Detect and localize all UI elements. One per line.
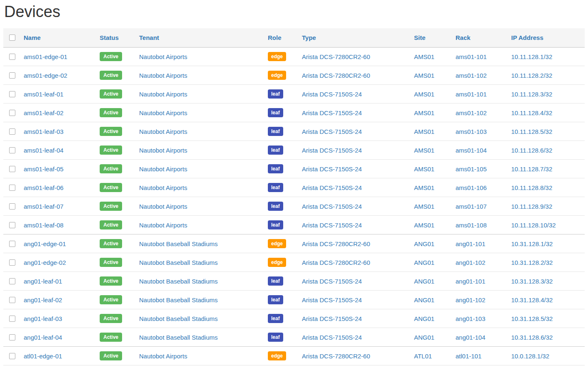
device-link[interactable]: ams01-leaf-07	[24, 203, 64, 210]
device-link[interactable]: ams01-leaf-03	[24, 128, 64, 135]
device-link[interactable]: ams01-leaf-04	[24, 147, 64, 154]
role-badge[interactable]: leaf	[268, 89, 283, 99]
site-link[interactable]: ANG01	[414, 259, 434, 266]
device-link[interactable]: ams01-leaf-01	[24, 91, 64, 98]
ip-address-link[interactable]: 10.0.128.1/32	[511, 353, 549, 360]
device-link[interactable]: ang01-edge-01	[24, 240, 66, 247]
column-header-link[interactable]: Rack	[456, 34, 470, 41]
tenant-link[interactable]: Nautobot Airports	[139, 128, 187, 135]
select-all-checkbox[interactable]	[9, 35, 15, 41]
row-checkbox[interactable]	[9, 166, 15, 172]
device-link[interactable]: ams01-leaf-02	[24, 109, 64, 116]
role-badge[interactable]: leaf	[268, 146, 283, 155]
ip-address-link[interactable]: 10.31.128.2/32	[511, 259, 553, 266]
rack-link[interactable]: ams01-102	[456, 109, 487, 116]
device-type-link[interactable]: Arista DCS-7150S-24	[302, 315, 362, 322]
column-header[interactable]: Type	[299, 28, 411, 47]
column-header[interactable]: Status	[96, 28, 136, 47]
row-checkbox[interactable]	[9, 72, 15, 79]
ip-address-link[interactable]: 10.11.128.1/32	[511, 53, 552, 60]
ip-address-link[interactable]: 10.11.128.4/32	[511, 109, 552, 116]
rack-link[interactable]: ams01-107	[456, 203, 487, 210]
ip-address-link[interactable]: 10.11.128.8/32	[511, 184, 552, 191]
device-type-link[interactable]: Arista DCS-7150S-24	[302, 278, 362, 285]
ip-address-link[interactable]: 10.11.128.9/32	[511, 203, 552, 210]
column-header[interactable]: IP Address	[508, 28, 585, 47]
row-checkbox[interactable]	[9, 259, 15, 266]
device-type-link[interactable]: Arista DCS-7150S-24	[302, 147, 362, 154]
device-link[interactable]: ang01-leaf-01	[24, 278, 62, 285]
status-badge[interactable]: Active	[100, 258, 122, 267]
device-link[interactable]: ams01-leaf-08	[24, 222, 64, 229]
column-header[interactable]: Site	[411, 28, 452, 47]
row-checkbox[interactable]	[9, 222, 15, 228]
tenant-link[interactable]: Nautobot Airports	[139, 184, 187, 191]
device-type-link[interactable]: Arista DCS-7150S-24	[302, 128, 362, 135]
tenant-link[interactable]: Nautobot Airports	[139, 203, 187, 210]
ip-address-link[interactable]: 10.31.128.5/32	[511, 315, 553, 322]
tenant-link[interactable]: Nautobot Airports	[139, 109, 187, 116]
rack-link[interactable]: ang01-104	[456, 334, 485, 341]
device-type-link[interactable]: Arista DCS-7280CR2-60	[302, 259, 370, 266]
site-link[interactable]: AMS01	[414, 165, 434, 173]
column-header-link[interactable]: Tenant	[139, 34, 159, 41]
device-type-link[interactable]: Arista DCS-7150S-24	[302, 184, 362, 191]
role-badge[interactable]: leaf	[268, 127, 283, 136]
rack-link[interactable]: ang01-102	[456, 296, 485, 303]
row-checkbox[interactable]	[9, 297, 15, 303]
ip-address-link[interactable]: 10.31.128.1/32	[511, 240, 553, 247]
tenant-link[interactable]: Nautobot Airports	[139, 91, 187, 98]
device-link[interactable]: ams01-edge-01	[24, 53, 67, 60]
rack-link[interactable]: ams01-105	[456, 165, 487, 173]
rack-link[interactable]: ang01-101	[456, 240, 485, 247]
site-link[interactable]: AMS01	[414, 72, 434, 79]
role-badge[interactable]: leaf	[268, 276, 283, 286]
row-checkbox[interactable]	[9, 278, 15, 284]
site-link[interactable]: AMS01	[414, 53, 434, 60]
site-link[interactable]: ANG01	[414, 278, 434, 285]
rack-link[interactable]: ams01-101	[456, 53, 487, 60]
device-link[interactable]: ams01-leaf-05	[24, 165, 64, 173]
site-link[interactable]: AMS01	[414, 128, 434, 135]
status-badge[interactable]: Active	[100, 89, 122, 99]
device-link[interactable]: ang01-leaf-02	[24, 296, 62, 303]
role-badge[interactable]: leaf	[268, 295, 283, 304]
role-badge[interactable]: leaf	[268, 220, 283, 229]
site-link[interactable]: AMS01	[414, 147, 434, 154]
row-checkbox[interactable]	[9, 353, 15, 359]
column-header-link[interactable]: Status	[100, 34, 119, 41]
role-badge[interactable]: edge	[268, 351, 286, 360]
role-badge[interactable]: edge	[268, 239, 286, 248]
row-checkbox[interactable]	[9, 110, 15, 116]
device-link[interactable]: ang01-edge-02	[24, 259, 66, 266]
column-header-link[interactable]: Name	[24, 34, 41, 41]
rack-link[interactable]: ams01-102	[456, 72, 487, 79]
row-checkbox[interactable]	[9, 334, 15, 340]
site-link[interactable]: AMS01	[414, 109, 434, 116]
tenant-link[interactable]: Nautobot Baseball Stadiums	[139, 296, 218, 303]
row-checkbox[interactable]	[9, 316, 15, 322]
tenant-link[interactable]: Nautobot Baseball Stadiums	[139, 259, 218, 266]
status-badge[interactable]: Active	[100, 183, 122, 192]
rack-link[interactable]: ang01-102	[456, 259, 485, 266]
tenant-link[interactable]: Nautobot Airports	[139, 165, 187, 173]
device-type-link[interactable]: Arista DCS-7150S-24	[302, 109, 362, 116]
device-link[interactable]: atl01-edge-01	[24, 353, 62, 360]
tenant-link[interactable]: Nautobot Baseball Stadiums	[139, 334, 218, 341]
rack-link[interactable]: ang01-101	[456, 278, 485, 285]
site-link[interactable]: ANG01	[414, 240, 434, 247]
device-type-link[interactable]: Arista DCS-7280CR2-60	[302, 72, 370, 79]
status-badge[interactable]: Active	[100, 71, 122, 80]
status-badge[interactable]: Active	[100, 351, 122, 360]
role-badge[interactable]: leaf	[268, 202, 283, 211]
tenant-link[interactable]: Nautobot Airports	[139, 53, 187, 60]
row-checkbox[interactable]	[9, 185, 15, 191]
site-link[interactable]: ANG01	[414, 334, 434, 341]
ip-address-link[interactable]: 10.31.128.3/32	[511, 278, 553, 285]
device-type-link[interactable]: Arista DCS-7150S-24	[302, 296, 362, 303]
device-type-link[interactable]: Arista DCS-7150S-24	[302, 91, 362, 98]
ip-address-link[interactable]: 10.11.128.2/32	[511, 72, 552, 79]
row-checkbox[interactable]	[9, 203, 15, 210]
site-link[interactable]: AMS01	[414, 203, 434, 210]
device-type-link[interactable]: Arista DCS-7150S-24	[302, 222, 362, 229]
